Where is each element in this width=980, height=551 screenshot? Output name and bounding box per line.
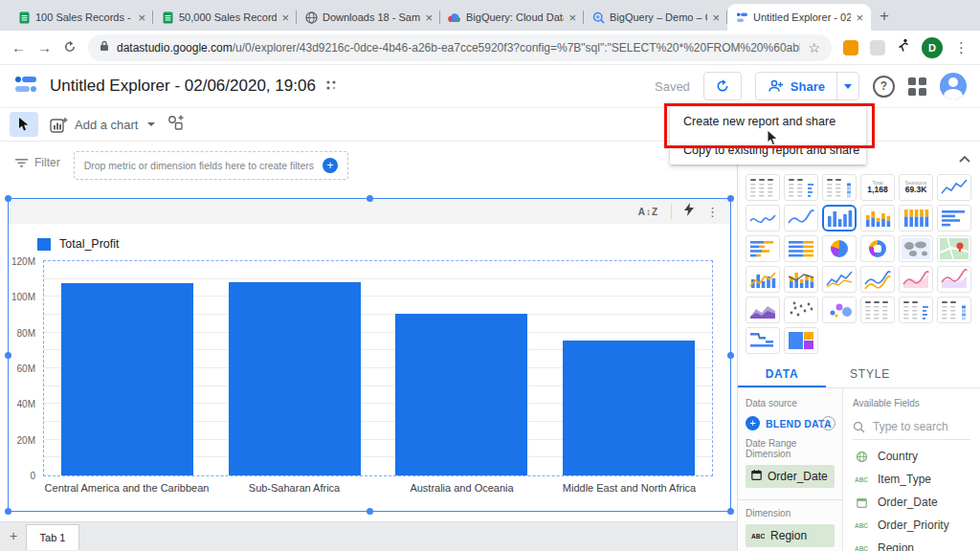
close-tab-icon[interactable]: × [856, 11, 863, 24]
bookmark-star-icon[interactable]: ☆ [808, 40, 820, 55]
chart-type-pivot-table-with-heatmap[interactable] [937, 297, 971, 323]
browser-tab[interactable]: BigQuery: Cloud Data W× [440, 4, 584, 31]
add-page-tab-button[interactable]: + [10, 529, 17, 542]
tab-data[interactable]: DATA [738, 362, 826, 387]
add-chart-button[interactable]: Add a chart [50, 117, 155, 133]
chart-type-geo-chart[interactable] [899, 235, 933, 262]
chart-type-table-with-bars[interactable] [784, 174, 818, 201]
tab-style[interactable]: STYLE [826, 362, 914, 387]
resize-handle[interactable] [727, 195, 734, 202]
apps-grid-icon[interactable] [908, 77, 926, 96]
page-tab-1[interactable]: Tab 1 [26, 524, 79, 550]
chart-type-line-chart[interactable] [822, 266, 857, 293]
chart-type-pivot-table[interactable] [860, 297, 895, 323]
menu-item-1[interactable]: Copy to existing report and share [670, 136, 866, 165]
chart-type-pivot-table-with-bars[interactable] [899, 297, 933, 323]
close-tab-icon[interactable]: × [712, 11, 720, 24]
filter-drop-zone[interactable]: Drop metric or dimension fields here to … [74, 151, 348, 180]
new-tab-button[interactable]: + [880, 8, 889, 24]
chart-menu-icon[interactable]: ⋮ [706, 205, 719, 219]
resize-handle[interactable] [727, 352, 734, 359]
chart-bar[interactable] [229, 282, 361, 475]
chart-type-area-line-chart[interactable] [899, 266, 933, 293]
chart-type-table[interactable] [746, 174, 780, 201]
extension-icon-3[interactable] [897, 38, 910, 56]
resize-handle[interactable] [5, 508, 11, 515]
chart-type-google-maps[interactable] [937, 235, 971, 262]
chart-type-smoothed-line-chart[interactable] [860, 266, 895, 293]
field-search-input[interactable]: Type to search [853, 414, 970, 440]
chart-type-column-chart[interactable] [822, 205, 857, 231]
chart-type-table-with-heatmap[interactable] [822, 174, 857, 201]
chart-type-sparkline[interactable] [746, 205, 780, 231]
collapse-panel-icon[interactable] [959, 149, 970, 166]
add-filter-icon[interactable]: + [323, 158, 338, 173]
field-Order_Priority[interactable]: ABCOrder_Priority [853, 518, 970, 532]
sort-az-icon[interactable]: A↕Z [638, 207, 658, 217]
document-title[interactable]: Untitled Explorer - 02/06/2020, 19:06 [50, 77, 316, 96]
chart-type-time-series[interactable] [937, 174, 971, 201]
resize-handle[interactable] [367, 195, 373, 202]
select-tool-button[interactable] [10, 112, 38, 137]
chart-type-bubble-chart[interactable] [822, 297, 857, 323]
chart-type-treemap[interactable] [784, 327, 818, 354]
browser-tab[interactable]: Untitled Explorer - 02/0× [727, 4, 871, 31]
resize-handle[interactable] [5, 195, 11, 202]
resize-handle[interactable] [5, 352, 11, 359]
back-icon[interactable]: ← [11, 40, 26, 55]
chart-type-stacked-combo-chart[interactable] [784, 266, 818, 293]
chart-type-stacked-column-chart[interactable] [860, 205, 895, 231]
close-tab-icon[interactable]: × [568, 11, 576, 24]
extension-icon-1[interactable] [843, 40, 858, 55]
resize-handle[interactable] [367, 508, 373, 515]
field-Item_Type[interactable]: ABCItem_Type [853, 473, 970, 486]
chart-type-donut-chart[interactable] [860, 235, 895, 262]
chart-type-pie-chart[interactable] [822, 235, 857, 262]
share-button[interactable]: Share [756, 79, 836, 94]
account-avatar[interactable] [940, 73, 967, 99]
browser-tab[interactable]: BigQuery – Demo – Go× [584, 4, 727, 31]
browser-tab[interactable]: 50,000 Sales Records× [153, 4, 297, 31]
close-tab-icon[interactable]: × [138, 11, 145, 24]
chart-type-stacked-bar-chart[interactable] [746, 235, 780, 262]
blend-data-button[interactable]: + BLEND DATA ? [746, 416, 835, 430]
extension-icon-2[interactable] [870, 40, 885, 55]
explorer-options-icon[interactable] [325, 77, 337, 95]
chart-type-smoothed-time-series[interactable] [784, 205, 818, 231]
chart-type-waterfall-chart[interactable] [746, 327, 780, 354]
share-dropdown-caret[interactable] [836, 73, 858, 99]
help-icon[interactable]: ? [873, 76, 895, 98]
chart-type-scorecard-total[interactable]: Total1,168 [860, 174, 895, 201]
browser-tab[interactable]: Downloads 18 - Sample× [297, 4, 440, 31]
chart-type-percent-stacked-bar-chart[interactable] [784, 235, 818, 262]
refresh-data-button[interactable] [703, 72, 742, 100]
resize-handle[interactable] [727, 508, 734, 515]
chart-type-percent-stacked-column-chart[interactable] [899, 205, 933, 231]
close-tab-icon[interactable]: × [281, 11, 289, 24]
chart-type-stacked-area-chart[interactable] [746, 297, 780, 323]
browser-tab[interactable]: 100 Sales Records - G× [10, 4, 153, 31]
menu-item-0[interactable]: Create new report and share [670, 107, 866, 136]
forward-icon[interactable]: → [37, 40, 52, 55]
chart-type-combo-chart[interactable] [746, 266, 780, 293]
field-Country[interactable]: Country [853, 450, 970, 463]
chart-type-scatter-chart[interactable] [784, 297, 818, 323]
reload-icon[interactable] [63, 40, 77, 55]
chart-type-scorecard-sessions[interactable]: Sessions69.3K [899, 174, 933, 201]
blend-help-icon[interactable]: ? [821, 416, 835, 430]
chart-bar[interactable] [61, 283, 193, 475]
data-freshness-icon[interactable] [684, 203, 694, 220]
chart-card[interactable]: A↕Z ⋮ Total_Profit 020M40M60M80M100M120M… [8, 198, 731, 512]
chart-type-bar-chart[interactable] [937, 205, 971, 231]
field-Region[interactable]: ABCRegion [853, 541, 970, 551]
date-range-chip[interactable]: Order_Date [746, 465, 835, 488]
address-bar[interactable]: datastudio.google.com/u/0/explorer/43d92… [88, 34, 832, 61]
close-tab-icon[interactable]: × [425, 11, 433, 24]
dimension-chip[interactable]: ABC Region [746, 524, 835, 547]
browser-menu-icon[interactable]: ⋮ [954, 40, 969, 55]
field-Order_Date[interactable]: Order_Date [853, 496, 970, 509]
browser-profile-avatar[interactable]: D [922, 37, 943, 58]
chart-bar[interactable] [395, 314, 527, 475]
add-control-icon[interactable] [167, 114, 186, 135]
chart-type-smoothed-area-line-chart[interactable] [937, 266, 971, 293]
